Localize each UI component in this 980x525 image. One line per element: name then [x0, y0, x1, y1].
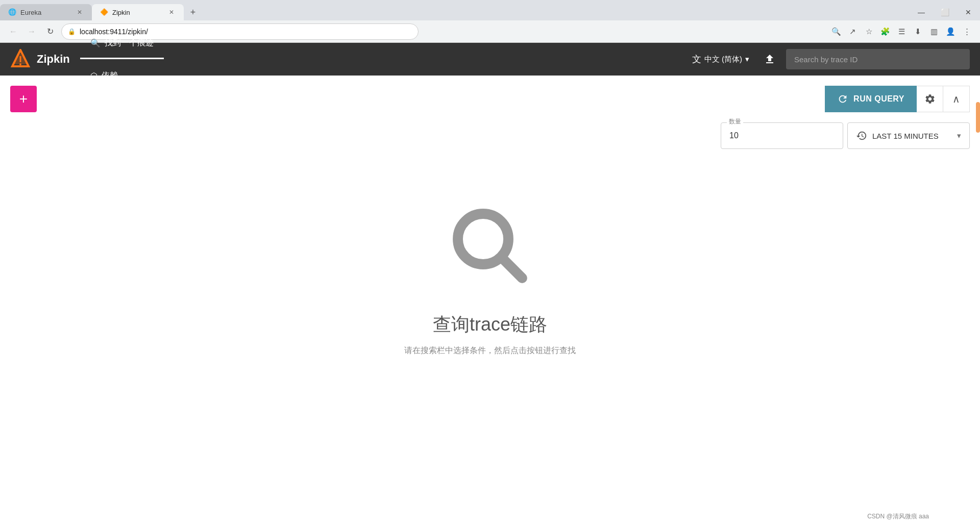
add-button[interactable]: + — [10, 86, 37, 112]
run-query-label: RUN QUERY — [853, 94, 904, 104]
language-selector[interactable]: 文 中文 (简体) ▾ — [686, 49, 755, 69]
empty-state: 查询trace链路 请在搜索栏中选择条件，然后点击按钮进行查找 — [10, 169, 970, 387]
upload-icon — [764, 53, 776, 65]
app-name: Zipkin — [37, 53, 70, 66]
collections-button[interactable]: ☰ — [894, 24, 909, 39]
quantity-input[interactable]: 10 — [721, 122, 843, 149]
time-range-label: LAST 15 MINUTES — [872, 132, 952, 140]
svg-line-5 — [502, 258, 522, 278]
lock-icon: 🔒 — [68, 28, 76, 35]
bookmark-button[interactable]: ☆ — [862, 24, 876, 39]
new-tab-button[interactable]: + — [186, 5, 200, 19]
toolbar-row: + RUN QUERY ∧ — [10, 86, 970, 112]
eureka-favicon: 🌐 — [8, 8, 16, 16]
settings-button[interactable] — [917, 86, 943, 112]
scrollbar-indicator — [976, 102, 980, 133]
minimize-button[interactable]: — — [910, 4, 933, 20]
clock-icon — [856, 130, 867, 141]
run-query-area: RUN QUERY ∧ — [825, 86, 970, 112]
gear-icon — [924, 93, 936, 105]
empty-state-title: 查询trace链路 — [433, 312, 547, 337]
downloads-button[interactable]: ⬇ — [911, 24, 925, 39]
share-button[interactable]: ↗ — [845, 24, 860, 39]
menu-button[interactable]: ⋮ — [960, 24, 974, 39]
zipkin-tab-close[interactable]: ✕ — [167, 8, 176, 16]
search-trace-input[interactable] — [786, 49, 970, 69]
empty-state-subtitle: 请在搜索栏中选择条件，然后点击按钮进行查找 — [404, 345, 576, 356]
footer-hint: CSDN @清风微痕 aaa — [867, 512, 929, 521]
app-header: Zipkin 🔍 找到一个痕迹 ⬡ 依赖 文 中文 (简体) ▾ — [0, 43, 980, 76]
upload-button[interactable] — [760, 49, 780, 69]
quantity-field-wrapper: 数量 10 — [721, 122, 843, 149]
close-window-button[interactable]: ✕ — [957, 4, 980, 20]
maximize-button[interactable]: ⬜ — [933, 4, 957, 20]
main-content: + RUN QUERY ∧ 数量 10 — [0, 76, 980, 525]
reload-button[interactable]: ↻ — [43, 24, 57, 39]
plus-icon: + — [19, 92, 28, 106]
filter-row: 数量 10 LAST 15 MINUTES ▾ — [10, 122, 970, 149]
zipkin-logo-icon — [10, 49, 31, 69]
eureka-tab-title: Eureka — [20, 9, 71, 16]
nav-find-label: 找到一个痕迹 — [105, 38, 154, 48]
nav-find-trace[interactable]: 🔍 找到一个痕迹 — [80, 27, 164, 59]
extensions-button[interactable]: 🧩 — [878, 24, 892, 39]
collapse-button[interactable]: ∧ — [943, 86, 970, 112]
eureka-tab-close[interactable]: ✕ — [76, 8, 84, 16]
time-dropdown-arrow-icon: ▾ — [957, 131, 961, 140]
language-label: 中文 (简体) — [704, 55, 742, 64]
tab-zipkin[interactable]: 🔶 Zipkin ✕ — [92, 4, 184, 20]
chevron-up-icon: ∧ — [952, 93, 960, 105]
profile-button[interactable]: 👤 — [943, 24, 958, 39]
search-nav-icon: 🔍 — [90, 38, 101, 48]
window-controls: — ⬜ ✕ — [910, 4, 980, 20]
forward-button[interactable]: → — [24, 24, 39, 39]
translate-icon: 文 — [692, 53, 701, 65]
app-logo: Zipkin — [10, 49, 70, 69]
tab-eureka[interactable]: 🌐 Eureka ✕ — [0, 4, 92, 20]
quantity-label: 数量 — [727, 117, 743, 126]
zipkin-tab-title: Zipkin — [112, 9, 163, 16]
zoom-button[interactable]: 🔍 — [829, 24, 843, 39]
sidebar-button[interactable]: ▥ — [927, 24, 941, 39]
svg-point-3 — [19, 63, 21, 65]
run-query-button[interactable]: RUN QUERY — [825, 86, 917, 112]
back-button[interactable]: ← — [6, 24, 20, 39]
empty-search-icon — [444, 200, 536, 292]
browser-toolbar: 🔍 ↗ ☆ 🧩 ☰ ⬇ ▥ 👤 ⋮ — [829, 24, 974, 39]
refresh-icon — [837, 93, 848, 105]
language-chevron-icon: ▾ — [745, 55, 749, 64]
time-selector[interactable]: LAST 15 MINUTES ▾ — [847, 122, 970, 149]
zipkin-favicon: 🔶 — [100, 8, 108, 16]
